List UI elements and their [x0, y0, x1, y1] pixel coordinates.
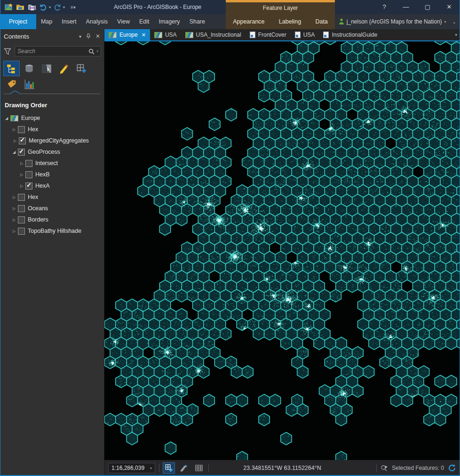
- search-input[interactable]: Search ▾: [15, 46, 101, 56]
- help-button[interactable]: ?: [373, 0, 395, 14]
- layer-item-hex[interactable]: ▷Hex: [0, 191, 104, 203]
- layout-thumbnail-icon: [250, 32, 255, 38]
- expander-icon[interactable]: ▷: [11, 127, 17, 132]
- contents-pane-title: Contents: [4, 33, 79, 40]
- redo-dropdown[interactable]: ▾: [63, 5, 65, 9]
- snap-toggle-button[interactable]: [163, 463, 174, 473]
- expander-icon[interactable]: ▷: [11, 195, 17, 199]
- ribbon-tab-map[interactable]: Map: [36, 14, 57, 29]
- layer-item-intersect[interactable]: ▷Intersect: [0, 158, 104, 169]
- redo-icon[interactable]: [54, 3, 61, 11]
- layer-visibility-checkbox[interactable]: [18, 216, 25, 223]
- undo-dropdown[interactable]: ▾: [49, 5, 51, 9]
- map-scale-combobox[interactable]: 1:16,286,039 ▾: [108, 463, 155, 473]
- expander-icon[interactable]: ▷: [19, 184, 24, 188]
- refresh-icon[interactable]: [448, 464, 456, 472]
- layer-item-oceans[interactable]: ▷Oceans: [0, 203, 104, 214]
- layer-visibility-checkbox[interactable]: [18, 205, 25, 212]
- layer-visibility-checkbox[interactable]: [18, 126, 25, 133]
- drawing-order-label: Drawing Order: [0, 94, 104, 112]
- pane-pin-icon[interactable]: [86, 33, 91, 39]
- list-charts-button[interactable]: [21, 77, 37, 91]
- list-by-editing-button[interactable]: [56, 61, 71, 76]
- view-tab-label: FrontCover: [258, 32, 286, 38]
- edit-status-button[interactable]: [178, 463, 190, 473]
- new-project-icon[interactable]: [5, 3, 13, 11]
- layer-visibility-checkbox[interactable]: [19, 137, 26, 144]
- ribbon-tab-project[interactable]: Project: [0, 14, 36, 29]
- view-tab-usa_instructional[interactable]: USA_Instructional: [181, 29, 246, 40]
- layer-visibility-checkbox[interactable]: [18, 149, 25, 156]
- layer-visibility-checkbox[interactable]: [25, 160, 32, 167]
- attribute-table-button[interactable]: [193, 463, 205, 473]
- list-by-data-source-button[interactable]: [21, 61, 37, 76]
- scale-dropdown-icon[interactable]: ▾: [150, 466, 152, 470]
- layer-label: GeoProcess: [28, 149, 60, 155]
- save-project-icon[interactable]: [28, 3, 37, 11]
- ribbon-tab-labeling[interactable]: Labeling: [277, 14, 303, 29]
- expander-icon[interactable]: ◢: [11, 150, 17, 154]
- view-tab-instructionalguide[interactable]: InstructionalGuide: [319, 29, 381, 40]
- tab-list-dropdown-icon[interactable]: ▾: [455, 29, 457, 40]
- layer-item-hex[interactable]: ▷Hex: [0, 124, 104, 135]
- minimize-button[interactable]: —: [395, 0, 417, 14]
- pane-menu-icon[interactable]: ▾: [79, 34, 81, 39]
- layer-item-geoprocess[interactable]: ◢GeoProcess: [0, 146, 104, 158]
- search-icon: [88, 48, 95, 55]
- ribbon-tab-edit[interactable]: Edit: [135, 14, 154, 29]
- view-tab-label: Europe: [119, 32, 138, 38]
- list-by-snapping-button[interactable]: [73, 61, 89, 76]
- open-project-icon[interactable]: [16, 3, 25, 11]
- maximize-button[interactable]: ▢: [417, 0, 438, 14]
- ribbon-tab-data[interactable]: Data: [313, 14, 329, 29]
- search-dropdown-icon[interactable]: ▾: [96, 49, 98, 53]
- ribbon-tab-share[interactable]: Share: [185, 14, 210, 29]
- expander-icon[interactable]: ▷: [11, 218, 17, 222]
- layer-label: Oceans: [28, 205, 48, 212]
- list-by-drawing-order-button[interactable]: [4, 61, 19, 76]
- map-thumbnail-icon: [185, 32, 193, 38]
- customize-qat-icon[interactable]: ≡▾: [71, 5, 76, 10]
- layer-visibility-checkbox[interactable]: [25, 171, 32, 178]
- undo-icon[interactable]: [40, 3, 47, 11]
- view-tab-europe[interactable]: Europe✕: [104, 29, 150, 40]
- layer-item-topobathy-hillshade[interactable]: ▷TopoBathy Hillshade: [0, 225, 104, 237]
- layer-item-mergedcityaggregates[interactable]: ▷MergedCityAggregates: [0, 135, 104, 146]
- layer-visibility-checkbox[interactable]: [18, 194, 25, 201]
- layer-label: Intersect: [35, 160, 58, 167]
- expander-icon[interactable]: ▷: [19, 173, 24, 177]
- expander-icon[interactable]: ▷: [12, 139, 18, 143]
- view-tab-usa[interactable]: USA: [291, 29, 319, 40]
- ribbon-tab-view[interactable]: View: [112, 14, 135, 29]
- map-canvas[interactable]: [104, 41, 460, 460]
- status-bar: 1:16,286,039 ▾ 23.3481551°W 63.1152264°N…: [104, 460, 460, 476]
- layer-item-hexb[interactable]: ▷HexB: [0, 169, 104, 180]
- list-by-labeling-button[interactable]: [4, 77, 19, 91]
- contents-toolbar: [0, 58, 92, 92]
- layer-item-hexa[interactable]: ▷HexA: [0, 180, 104, 191]
- view-tab-frontcover[interactable]: FrontCover: [246, 29, 291, 40]
- ribbon-tab-insert[interactable]: Insert: [57, 14, 81, 29]
- expander-icon[interactable]: ▷: [11, 206, 17, 211]
- layer-item-borders[interactable]: ▷Borders: [0, 214, 104, 225]
- expander-icon[interactable]: ▷: [11, 229, 17, 233]
- filter-icon[interactable]: [4, 48, 11, 55]
- account-area[interactable]: j_nelson (ArcGIS Maps for the Nation) ▾ …: [339, 14, 456, 29]
- layer-visibility-checkbox[interactable]: [18, 228, 25, 235]
- map-thumbnail-icon: [109, 32, 117, 38]
- account-dropdown-icon[interactable]: ▾: [444, 20, 446, 24]
- close-view-icon[interactable]: ✕: [142, 32, 146, 38]
- pane-close-icon[interactable]: ✕: [95, 33, 100, 40]
- ribbon-tab-imagery[interactable]: Imagery: [154, 14, 184, 29]
- map-scale-value: 1:16,286,039: [111, 465, 144, 471]
- view-tab-usa[interactable]: USA: [150, 29, 181, 40]
- layer-visibility-checkbox[interactable]: [25, 182, 32, 190]
- ribbon-tab-appearance[interactable]: Appearance: [231, 14, 266, 29]
- expander-icon[interactable]: ▷: [19, 161, 24, 166]
- ribbon-collapse-icon[interactable]: ⌄: [452, 19, 456, 24]
- close-button[interactable]: ✕: [438, 0, 460, 14]
- expander-icon[interactable]: ◢: [4, 116, 9, 120]
- ribbon-tab-analysis[interactable]: Analysis: [81, 14, 113, 29]
- list-by-selection-button[interactable]: [39, 61, 54, 76]
- layer-item-europe[interactable]: ◢Europe: [0, 112, 104, 124]
